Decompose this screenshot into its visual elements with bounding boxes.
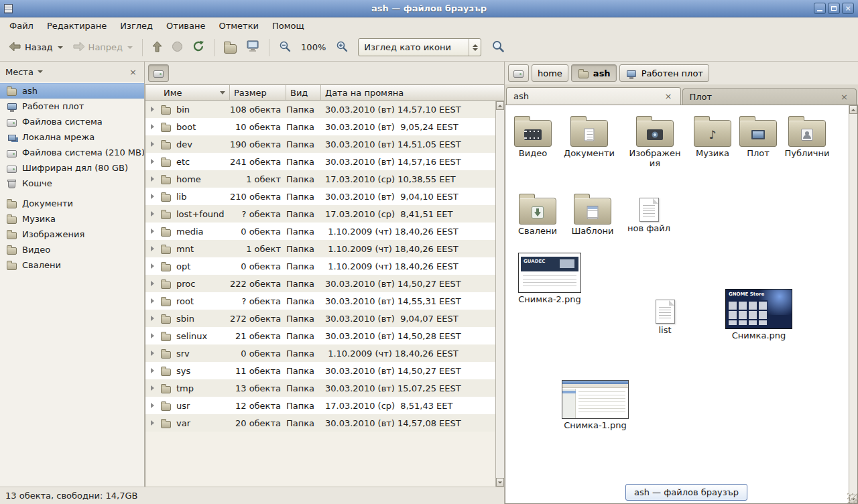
file-item-snimka-1[interactable]: Снимка-1.png (560, 377, 630, 431)
tree-row-boot[interactable]: boot10 обектаПапка30.03.2010 (вт) 9,05,2… (145, 118, 504, 135)
scroll-down-icon[interactable] (496, 478, 504, 487)
icon-view-scrollbar[interactable] (849, 105, 857, 503)
expander-icon[interactable] (151, 420, 154, 426)
tree-row-tmp[interactable]: tmp13 обектаПапка30.03.2010 (вт) 15,07,2… (145, 379, 504, 397)
crumb-desktop[interactable]: Работен плот (619, 64, 709, 82)
crumb-filesystem-root[interactable] (148, 64, 169, 82)
menu-item-view[interactable]: Изглед (113, 19, 160, 33)
minimize-button[interactable] (814, 3, 826, 14)
file-item-public[interactable]: Публични (780, 115, 834, 159)
tree-row-lib[interactable]: lib210 обектаПапка30.03.2010 (вт) 9,04,1… (145, 188, 504, 205)
resize-grip[interactable] (847, 493, 857, 503)
tree-row-sys[interactable]: sys11 обектаПапка30.03.2010 (вт) 14,50,2… (145, 362, 504, 379)
tree-row-lost+found[interactable]: lost+found? обектаПапка17.03.2010 (ср) 8… (145, 205, 504, 223)
stop-button[interactable] (167, 38, 188, 58)
sidebar-close-button[interactable]: × (127, 67, 139, 77)
chevron-down-icon[interactable] (38, 70, 43, 73)
sidebar-item-filesystem[interactable]: Файлова система (0, 114, 144, 129)
file-item-snimka[interactable]: GNOME Store Снимка.png (725, 286, 793, 341)
tree-row-srv[interactable]: srv0 обектаПапка 1.10.2009 (чт) 18,40,26… (145, 344, 504, 362)
column-header-date[interactable]: Дата на промяна (321, 85, 504, 100)
sidebar-item-pictures[interactable]: Изображения (0, 227, 144, 242)
sidebar-item-music[interactable]: Музика (0, 211, 144, 227)
sidebar-title[interactable]: Места (5, 67, 34, 77)
expander-icon[interactable] (151, 229, 154, 234)
tree-row-opt[interactable]: opt0 обектаПапка 1.10.2009 (чт) 18,40,26… (145, 257, 504, 275)
view-mode-select[interactable]: Изглед като икони (358, 38, 481, 56)
expander-icon[interactable] (151, 194, 154, 199)
zoom-in-button[interactable] (331, 37, 353, 58)
menu-item-bookmarks[interactable]: Отметки (212, 19, 265, 33)
expander-icon[interactable] (151, 124, 154, 129)
column-header-size[interactable]: Размер (230, 85, 286, 100)
file-item-videos[interactable]: Видео (506, 115, 560, 159)
home-button[interactable] (219, 38, 241, 57)
expander-icon[interactable] (151, 246, 154, 251)
forward-button[interactable]: Напред (68, 38, 137, 57)
sidebar-item-trash[interactable]: Кошче (0, 176, 144, 191)
sidebar-item-desktop[interactable]: Работен плот (0, 99, 144, 114)
tree-row-root[interactable]: root? обектаПапка30.03.2010 (вт) 14,55,3… (145, 292, 504, 310)
tab-close-icon[interactable]: × (839, 92, 849, 101)
sidebar-item-videos[interactable]: Видео (0, 242, 144, 257)
close-button[interactable]: × (842, 3, 854, 14)
tab-close-icon[interactable]: × (664, 92, 674, 101)
tree-scrollbar[interactable] (495, 101, 504, 487)
sidebar-item-encrypted-80gb[interactable]: Шифриран дял (80 GB) (0, 160, 144, 176)
file-item-desktop[interactable]: Плот (731, 115, 785, 159)
expander-icon[interactable] (151, 333, 154, 338)
menu-item-file[interactable]: Файл (3, 19, 40, 33)
expander-icon[interactable] (151, 351, 154, 356)
sidebar-item-filesystem-210mb[interactable]: Файлова система (210 MB) (0, 145, 144, 160)
tree-row-home[interactable]: home1 обектПапка17.03.2010 (ср) 10,38,55… (145, 170, 504, 188)
file-item-pictures[interactable]: Изображения (628, 115, 682, 169)
tree-row-bin[interactable]: bin108 обектаПапка30.03.2010 (вт) 14,57,… (145, 101, 504, 118)
zoom-out-button[interactable] (274, 37, 296, 58)
expander-icon[interactable] (151, 176, 154, 182)
tree-row-var[interactable]: var20 обектаПапка30.03.2010 (вт) 14,57,0… (145, 414, 504, 432)
expander-icon[interactable] (151, 298, 154, 304)
expander-icon[interactable] (151, 368, 154, 373)
expander-icon[interactable] (151, 385, 154, 391)
tree-row-proc[interactable]: proc222 обектаПапка30.03.2010 (вт) 14,50… (145, 275, 504, 292)
up-button[interactable] (147, 38, 167, 58)
tab-plot[interactable]: Плот × (682, 88, 857, 105)
file-item-snimka-2[interactable]: GUADEC Снимка-2.png (516, 250, 583, 305)
column-header-name[interactable]: Име (145, 85, 230, 100)
tree-row-etc[interactable]: etc241 обектаПапка30.03.2010 (вт) 14,57,… (145, 153, 504, 170)
crumb-filesystem[interactable] (508, 64, 529, 82)
file-item-templates[interactable]: Шаблони (566, 192, 619, 237)
menu-item-go[interactable]: Отиване (160, 19, 212, 33)
search-button[interactable] (487, 36, 509, 58)
tab-ash[interactable]: ash × (506, 87, 681, 105)
menu-item-help[interactable]: Помощ (265, 19, 311, 33)
sidebar-item-local-network[interactable]: Локална мрежа (0, 129, 144, 145)
scroll-up-icon[interactable] (496, 101, 504, 110)
sidebar-item-ash[interactable]: ash (0, 83, 144, 99)
tree-row-dev[interactable]: dev190 обектаПапка30.03.2010 (вт) 14,51,… (145, 135, 504, 153)
menu-item-edit[interactable]: Редактиране (40, 19, 113, 33)
expander-icon[interactable] (151, 263, 154, 269)
computer-button[interactable] (241, 37, 264, 58)
file-item-downloads[interactable]: Свалени (511, 192, 564, 237)
scroll-up-icon[interactable] (849, 105, 857, 114)
tree-row-mnt[interactable]: mnt1 обектПапка 1.10.2009 (чт) 18,40,26 … (145, 240, 504, 257)
tree-row-usr[interactable]: usr12 обектаПапка17.03.2010 (ср) 8,51,43… (145, 397, 504, 414)
crumb-ash[interactable]: ash (571, 64, 617, 82)
zoom-level[interactable]: 100% (301, 42, 326, 52)
expander-icon[interactable] (151, 141, 154, 147)
expander-icon[interactable] (151, 159, 154, 164)
sidebar-item-documents[interactable]: Документи (0, 196, 144, 211)
file-item-documents[interactable]: Документи (562, 115, 616, 159)
reload-button[interactable] (188, 37, 209, 58)
back-button[interactable]: Назад (4, 38, 68, 57)
file-item-list[interactable]: list (639, 294, 690, 336)
tree-row-sbin[interactable]: sbin272 обектаПапка30.03.2010 (вт) 9,04,… (145, 310, 504, 327)
column-header-type[interactable]: Вид (286, 85, 321, 100)
expander-icon[interactable] (151, 107, 154, 112)
tree-row-selinux[interactable]: selinux21 обектаПапка30.03.2010 (вт) 14,… (145, 327, 504, 344)
tree-row-media[interactable]: media0 обектаПапка 1.10.2009 (чт) 18,40,… (145, 223, 504, 240)
expander-icon[interactable] (151, 211, 154, 216)
maximize-button[interactable] (828, 3, 840, 14)
taskbar-window-button[interactable]: ash — файлов браузър (625, 484, 747, 501)
